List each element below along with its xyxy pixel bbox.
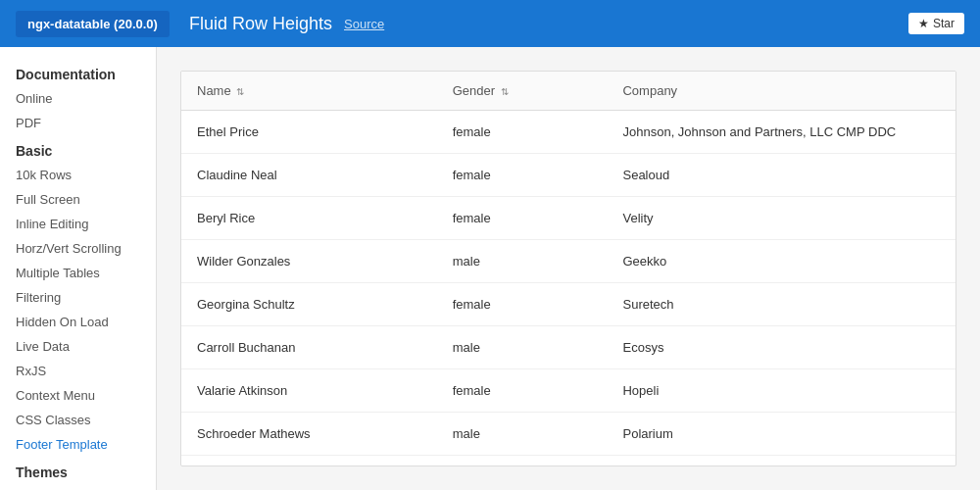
table-row: Schroeder Mathews male Polarium (181, 413, 956, 456)
column-header-name[interactable]: Name ⇅ (181, 72, 437, 111)
sidebar-item-dark-theme[interactable]: Dark theme (0, 484, 156, 490)
cell-name: Beryl Rice (181, 197, 437, 240)
main-layout: Documentation Online PDF Basic 10k Rows … (0, 47, 980, 490)
column-header-company: Company (607, 72, 956, 111)
cell-gender: male (437, 240, 608, 283)
star-label: Star (933, 17, 955, 30)
datatable: Name ⇅ Gender ⇅ Company Ethel Price fema… (181, 72, 956, 466)
cell-gender: female (437, 154, 608, 197)
cell-name: Ethel Price (181, 111, 437, 154)
cell-gender: female (437, 197, 608, 240)
cell-gender: female (437, 111, 608, 154)
cell-company: Velity (607, 197, 956, 240)
sidebar-item-online[interactable]: Online (0, 86, 156, 111)
table-row: Wilder Gonzales male Geekko (181, 240, 956, 283)
cell-company: Suretech (607, 283, 956, 326)
sidebar-item-css-classes[interactable]: CSS Classes (0, 408, 156, 432)
table-row: Georgina Schultz female Suretech (181, 283, 956, 326)
sidebar-item-inline-editing[interactable]: Inline Editing (0, 212, 156, 236)
sidebar-item-horz-vert-scrolling[interactable]: Horz/Vert Scrolling (0, 236, 156, 261)
sort-icon-gender: ⇅ (501, 86, 509, 97)
cell-company: Polarium (607, 413, 956, 456)
sidebar-section-themes: Themes (0, 457, 156, 484)
cell-company: Sealoud (607, 154, 956, 197)
column-header-gender[interactable]: Gender ⇅ (437, 72, 608, 111)
cell-gender: female (437, 283, 608, 326)
table-row: Beryl Rice female Velity (181, 197, 956, 240)
content-area: Name ⇅ Gender ⇅ Company Ethel Price fema… (157, 47, 980, 490)
table-row: Claudine Neal female Sealoud (181, 154, 956, 197)
page-title: Fluid Row Heights (189, 14, 332, 34)
table-row: Lynda Mendoza female Dogspa (181, 456, 956, 467)
cell-name: Claudine Neal (181, 154, 437, 197)
cell-gender: male (437, 413, 608, 456)
sidebar-item-hidden-on-load[interactable]: Hidden On Load (0, 310, 156, 334)
sidebar: Documentation Online PDF Basic 10k Rows … (0, 47, 157, 490)
cell-gender: female (437, 456, 608, 467)
brand-label: ngx-datatable (20.0.0) (16, 11, 170, 37)
sidebar-item-multiple-tables[interactable]: Multiple Tables (0, 261, 156, 285)
sidebar-item-full-screen[interactable]: Full Screen (0, 187, 156, 212)
cell-name: Lynda Mendoza (181, 456, 437, 467)
star-icon: ★ (918, 17, 929, 30)
top-header: ngx-datatable (20.0.0) Fluid Row Heights… (0, 0, 980, 47)
sidebar-section-basic: Basic (0, 135, 156, 163)
cell-name: Schroeder Mathews (181, 413, 437, 456)
cell-company: Ecosys (607, 326, 956, 369)
table-body: Ethel Price female Johnson, Johnson and … (181, 111, 956, 467)
cell-company: Geekko (607, 240, 956, 283)
sidebar-item-10k-rows[interactable]: 10k Rows (0, 163, 156, 187)
table-row: Valarie Atkinson female Hopeli (181, 369, 956, 413)
sidebar-item-live-data[interactable]: Live Data (0, 334, 156, 359)
cell-name: Wilder Gonzales (181, 240, 437, 283)
cell-company: Hopeli (607, 369, 956, 413)
sidebar-item-pdf[interactable]: PDF (0, 111, 156, 135)
cell-gender: female (437, 369, 608, 413)
sidebar-item-filtering[interactable]: Filtering (0, 285, 156, 310)
sidebar-item-rxjs[interactable]: RxJS (0, 359, 156, 383)
datatable-container: Name ⇅ Gender ⇅ Company Ethel Price fema… (180, 71, 956, 466)
table-header: Name ⇅ Gender ⇅ Company (181, 72, 956, 111)
table-row: Carroll Buchanan male Ecosys (181, 326, 956, 369)
sort-icon-name: ⇅ (236, 86, 244, 97)
sidebar-section-documentation: Documentation (0, 59, 156, 86)
source-link[interactable]: Source (344, 17, 384, 31)
cell-name: Valarie Atkinson (181, 369, 437, 413)
cell-gender: male (437, 326, 608, 369)
table-row: Ethel Price female Johnson, Johnson and … (181, 111, 956, 154)
cell-name: Georgina Schultz (181, 283, 437, 326)
cell-company: Dogspa (607, 456, 956, 467)
sidebar-item-context-menu[interactable]: Context Menu (0, 383, 156, 408)
star-button[interactable]: ★ Star (908, 13, 964, 34)
sidebar-item-footer-template[interactable]: Footer Template (0, 432, 156, 457)
cell-name: Carroll Buchanan (181, 326, 437, 369)
cell-company: Johnson, Johnson and Partners, LLC CMP D… (607, 111, 956, 154)
